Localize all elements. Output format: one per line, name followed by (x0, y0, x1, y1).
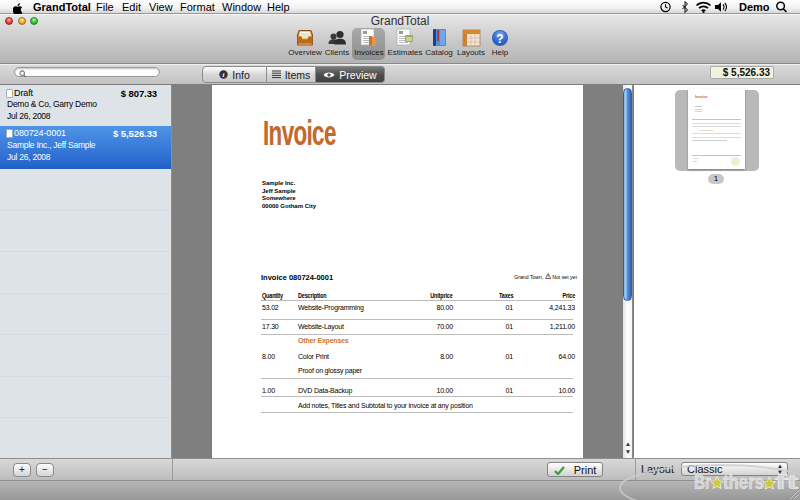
svg-text:i: i (223, 71, 225, 79)
svg-text:?: ? (496, 31, 503, 45)
